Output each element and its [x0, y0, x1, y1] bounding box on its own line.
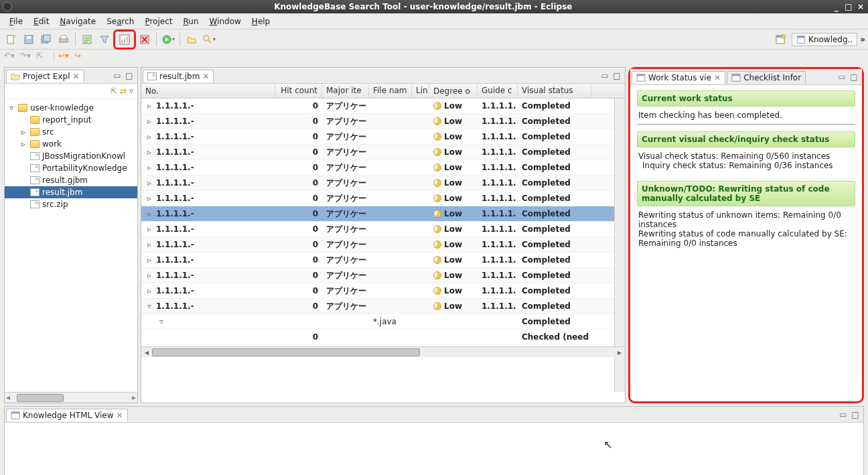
- col-guide[interactable]: Guide c: [478, 84, 518, 98]
- expand-icon[interactable]: ▹: [145, 147, 153, 157]
- expand-icon[interactable]: ▹: [145, 255, 153, 265]
- expand-icon[interactable]: ▹: [145, 271, 153, 280]
- nav-up-button[interactable]: ⇱: [36, 51, 50, 63]
- new-button[interactable]: [4, 32, 19, 47]
- table-row[interactable]: ▿*.javaCompleted: [141, 314, 625, 330]
- minimize-view-button[interactable]: ▭: [112, 70, 123, 81]
- menu-navigate[interactable]: Navigate: [54, 15, 101, 27]
- expand-icon[interactable]: ▹: [145, 194, 153, 203]
- tree-item[interactable]: PortabilityKnowledge: [5, 162, 137, 174]
- report-button[interactable]: [80, 32, 94, 47]
- expand-icon[interactable]: ▿: [157, 317, 165, 326]
- table-row[interactable]: ▹1.1.1.1.-0アプリケーLow1.1.1.1.Completed: [141, 176, 625, 191]
- perspective-knowledge[interactable]: Knowledg..: [792, 33, 857, 46]
- work-status-tab[interactable]: Work Status vie ✕: [632, 71, 725, 84]
- tree-item[interactable]: result.gjbm: [5, 174, 137, 186]
- nav-next-button[interactable]: ↪: [74, 51, 88, 63]
- horizontal-scrollbar[interactable]: ◂ ▸: [141, 346, 625, 357]
- table-row[interactable]: 0Checked (need to b: [141, 330, 625, 345]
- tree-item[interactable]: report_input: [5, 114, 137, 126]
- menu-edit[interactable]: Edit: [28, 15, 54, 27]
- table-row[interactable]: ▹1.1.1.1.-0アプリケーLow1.1.1.1.Completed: [141, 114, 625, 129]
- scroll-left-icon[interactable]: ◂: [141, 348, 152, 357]
- maximize-button[interactable]: □: [844, 2, 853, 11]
- menu-window[interactable]: Window: [204, 15, 246, 27]
- col-major[interactable]: Major ite: [322, 84, 369, 98]
- nav-last-button[interactable]: ↩▾: [58, 51, 72, 63]
- nav-back-button[interactable]: ↶▾: [4, 51, 17, 63]
- table-body[interactable]: ▹1.1.1.1.-0アプリケーLow1.1.1.1.Completed▹1.1…: [141, 98, 625, 346]
- open-folder-button[interactable]: [184, 32, 199, 47]
- minimize-view-button[interactable]: ▭: [838, 409, 849, 420]
- table-header[interactable]: No. Hit count Major ite File nam Lin Deg…: [141, 84, 625, 98]
- minimize-button[interactable]: _: [832, 2, 841, 11]
- table-row[interactable]: ▹1.1.1.1.-0アプリケーLow1.1.1.1.Completed: [141, 268, 625, 283]
- save-button[interactable]: [21, 32, 36, 47]
- expand-icon[interactable]: ▹: [19, 127, 27, 137]
- maximize-view-button[interactable]: □: [850, 409, 861, 420]
- expand-icon[interactable]: ▹: [145, 178, 153, 188]
- close-icon[interactable]: ✕: [202, 72, 209, 81]
- tree-item[interactable]: src.zip: [5, 198, 137, 210]
- expand-icon[interactable]: ▿: [145, 301, 153, 311]
- filter-button[interactable]: [97, 32, 112, 47]
- menu-project[interactable]: Project: [139, 15, 177, 27]
- expand-icon[interactable]: ▹: [145, 132, 153, 141]
- perspective-overflow[interactable]: »: [860, 35, 865, 44]
- expand-icon[interactable]: ▹: [145, 224, 153, 234]
- table-row[interactable]: ▹1.1.1.1.-0アプリケーLow1.1.1.1.Completed: [141, 145, 625, 160]
- print-button[interactable]: [56, 32, 71, 47]
- project-tree[interactable]: ▿user-knowledgereport_input▹src▹workJBos…: [5, 99, 137, 392]
- link-editor-icon[interactable]: ⇄: [120, 86, 127, 96]
- minimize-editor-button[interactable]: ▭: [599, 70, 610, 81]
- tree-item[interactable]: ▹src: [5, 126, 137, 138]
- table-row[interactable]: ▹1.1.1.1.-0アプリケーLow1.1.1.1.Completed: [141, 237, 625, 253]
- maximize-editor-button[interactable]: □: [611, 70, 622, 81]
- editor-tab-result[interactable]: result.jbm ✕: [143, 70, 214, 82]
- menu-run[interactable]: Run: [177, 15, 204, 27]
- expand-icon[interactable]: ▹: [145, 163, 153, 172]
- col-degree[interactable]: Degree o: [429, 84, 478, 98]
- table-row[interactable]: ▹1.1.1.1.-0アプリケーLow1.1.1.1.Completed: [141, 191, 625, 206]
- col-hit[interactable]: Hit count: [275, 84, 322, 98]
- expand-icon[interactable]: ▹: [145, 240, 153, 249]
- delete-report-button[interactable]: [137, 32, 152, 47]
- view-menu-icon[interactable]: ▿: [129, 86, 133, 96]
- maximize-view-button[interactable]: □: [124, 70, 135, 81]
- progress-report-button[interactable]: [117, 32, 132, 47]
- table-row[interactable]: ▹1.1.1.1.-0アプリケーLow1.1.1.1.Completed: [141, 129, 625, 145]
- checklist-tab[interactable]: Checklist Infor: [727, 71, 806, 84]
- save-all-button[interactable]: [39, 32, 54, 47]
- maximize-view-button[interactable]: □: [849, 72, 859, 82]
- tree-item[interactable]: JBossMigrationKnowl: [5, 150, 137, 162]
- project-explorer-tab[interactable]: Project Expl ✕: [6, 70, 84, 82]
- table-row[interactable]: ▹1.1.1.1.-0アプリケーLow1.1.1.1.Completed: [141, 160, 625, 176]
- menu-search[interactable]: Search: [101, 15, 139, 27]
- knowledge-html-tab[interactable]: Knowledge HTML View ✕: [6, 409, 128, 421]
- table-row[interactable]: ▿1.1.1.1.-0アプリケーLow1.1.1.1.Completed: [141, 299, 625, 314]
- expand-icon[interactable]: ▹: [145, 101, 153, 111]
- minimize-view-button[interactable]: ▭: [837, 72, 847, 82]
- menu-file[interactable]: File: [4, 15, 28, 27]
- close-icon[interactable]: ✕: [116, 411, 123, 420]
- collapse-all-icon[interactable]: ⇱: [111, 86, 117, 96]
- col-no[interactable]: No.: [141, 84, 275, 98]
- table-row[interactable]: ▹1.1.1.1.-0アプリケーLow1.1.1.1.Completed: [141, 283, 625, 299]
- close-icon[interactable]: ✕: [714, 73, 721, 82]
- col-lin[interactable]: Lin: [412, 84, 429, 98]
- table-row[interactable]: ▹1.1.1.1.-0アプリケーLow1.1.1.1.Completed: [141, 253, 625, 268]
- tree-item[interactable]: result.jbm: [5, 186, 137, 198]
- col-file[interactable]: File nam: [369, 84, 412, 98]
- scroll-right-icon[interactable]: ▸: [614, 348, 625, 357]
- run-button[interactable]: ▾: [161, 32, 175, 47]
- search-button[interactable]: ▾: [202, 32, 216, 47]
- table-row[interactable]: ▹1.1.1.1.-0アプリケーLow1.1.1.1.Completed: [141, 98, 625, 114]
- expand-icon[interactable]: ▹: [145, 209, 153, 218]
- tree-item[interactable]: ▿user-knowledge: [5, 102, 137, 114]
- expand-icon[interactable]: ▹: [145, 117, 153, 126]
- col-visual[interactable]: Visual status: [518, 84, 591, 98]
- nav-forward-button[interactable]: ↷▾: [20, 51, 33, 63]
- horizontal-scrollbar[interactable]: ◂ ▸: [5, 392, 137, 403]
- close-window-button[interactable]: ×: [856, 2, 865, 11]
- table-row[interactable]: ▹1.1.1.1.-0アプリケーLow1.1.1.1.Completed: [141, 206, 625, 222]
